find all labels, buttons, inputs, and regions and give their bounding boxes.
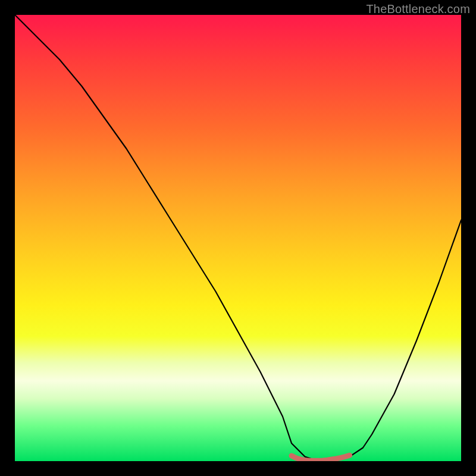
chart-stage: TheBottleneck.com	[0, 0, 476, 476]
curve-layer	[15, 15, 461, 461]
plot-area	[15, 15, 461, 461]
watermark-text: TheBottleneck.com	[366, 2, 470, 16]
sweet-spot-marker	[292, 455, 350, 461]
bottleneck-curve	[15, 15, 461, 461]
